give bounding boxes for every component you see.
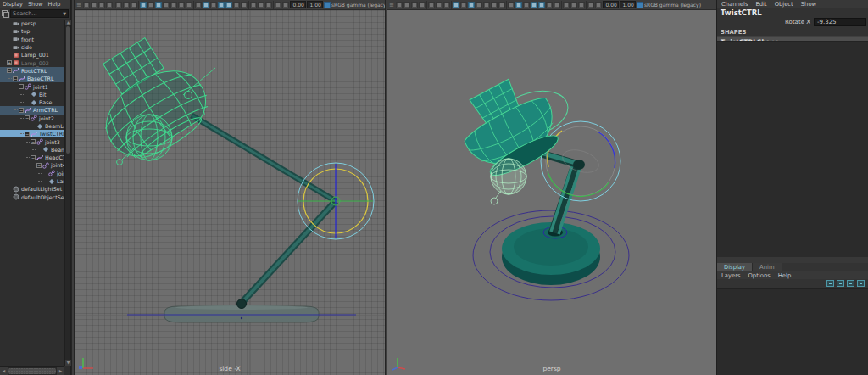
plugin-shapes-icon[interactable] [265,2,272,8]
film-gate-icon[interactable] [460,2,467,8]
outliner-row[interactable]: − TwistCTRL [0,130,64,137]
toolbar-icon[interactable] [193,1,194,9]
viewport-canvas-persp[interactable]: persp [387,10,716,375]
outliner-row[interactable]: − joint3 [0,137,64,145]
outliner-row[interactable]: Lampshade [0,177,64,185]
menu-edit[interactable]: Edit [755,1,766,7]
toolbar-icon[interactable] [586,1,587,9]
lock-camera-icon[interactable] [403,2,410,8]
outliner-row[interactable]: front [0,36,64,43]
safe-title-icon[interactable] [498,2,505,8]
panel-menu-icon[interactable]: ≡ [76,0,81,10]
camera-attributes-icon[interactable] [411,2,418,8]
outliner-row[interactable]: Bit [0,91,64,98]
screen-space-ao-icon[interactable] [531,2,537,8]
expand-toggle[interactable]: − [7,68,12,73]
field-chart-icon[interactable] [483,2,490,8]
lock-camera-icon[interactable] [91,2,97,8]
scroll-right-icon[interactable]: ▶ [57,367,64,375]
resolution-gate-icon[interactable] [155,2,162,8]
expand-toggle[interactable]: + [7,60,12,65]
outliner-row[interactable]: persp [0,20,64,27]
grease-pencil-icon[interactable] [443,2,450,8]
film-gate-icon[interactable] [147,2,154,8]
lamp-arm-persp[interactable] [538,152,585,234]
shadows-icon[interactable] [523,2,530,8]
menu-help[interactable]: Help [48,1,61,7]
outliner-row[interactable]: BeamLower [0,122,64,130]
x-ray-icon[interactable] [570,2,577,8]
two-d-pan-zoom-icon[interactable] [436,2,442,8]
toolbar-icon[interactable] [561,1,562,9]
outliner-row[interactable]: − joint2 [0,115,64,122]
layer-editor-tab[interactable]: Anim [753,263,782,271]
expand-toggle[interactable]: − [13,76,18,81]
menu-help[interactable]: Help [778,272,792,278]
toolbar-icon[interactable] [426,1,427,9]
motion-blur-icon[interactable] [225,2,232,8]
layer-new-icon[interactable] [826,280,834,287]
expand-toggle[interactable]: − [31,155,36,160]
outliner-row[interactable]: side [0,43,64,51]
filter-icon[interactable] [2,10,8,17]
expand-toggle[interactable]: − [25,115,30,120]
camera-attributes-icon[interactable] [98,2,105,8]
expand-toggle[interactable]: − [36,163,42,168]
view-transform-label[interactable]: sRGB gamma (legacy) [644,2,701,8]
wireframe-on-shaded-icon[interactable] [195,2,202,8]
layer-list[interactable] [717,288,868,375]
shadows-icon[interactable] [210,2,217,8]
toolbar-icon[interactable] [451,1,452,9]
resolution-gate-icon[interactable] [468,2,475,8]
menu-options[interactable]: Options [748,272,771,278]
scroll-down-icon[interactable]: ▼ [65,360,71,366]
expand-toggle[interactable]: − [25,132,30,137]
layer-new-from-selected-icon[interactable] [837,280,844,287]
lamp-bulb-persp[interactable] [491,159,526,204]
wireframe-on-shaded-icon[interactable] [508,2,515,8]
outliner-row[interactable]: − BaseCTRL [0,75,64,82]
two-d-pan-zoom-icon[interactable] [123,2,130,8]
plugin-shapes-icon[interactable] [578,2,585,8]
bookmarks-icon[interactable] [106,2,113,8]
safe-title-icon[interactable] [186,2,192,8]
rotate-manipulator[interactable] [298,163,374,239]
layer-editor-splitter[interactable] [717,257,868,263]
color-management-icon[interactable] [324,2,331,8]
lamp-arm-side[interactable] [192,115,336,309]
grid-toggle-icon[interactable] [453,2,459,8]
scroll-up-icon[interactable]: ▲ [65,20,71,25]
outliner-row[interactable]: − HeadCTRL [0,154,64,161]
toolbar-icon[interactable] [506,1,507,9]
select-camera-icon[interactable] [83,2,90,8]
exposure-field[interactable]: 0.00 [603,1,619,8]
isolate-select-icon[interactable] [563,2,570,8]
menu-display[interactable]: Display [3,1,23,7]
image-plane-icon[interactable] [115,2,122,8]
multisample-aa-icon[interactable] [546,2,553,8]
gamma-toggle-icon[interactable] [595,2,602,8]
field-chart-icon[interactable] [170,2,177,8]
search-input[interactable]: Search... ▼ [10,9,69,18]
exposure-toggle-icon[interactable] [275,2,281,8]
toolbar-icon[interactable] [273,1,274,9]
lighting-all-icon[interactable] [515,2,522,8]
x-ray-icon[interactable] [258,2,264,8]
outliner-row[interactable]: − joint4 [0,161,64,169]
image-plane-icon[interactable] [428,2,435,8]
outliner-row[interactable]: defaultObjectSet [0,193,64,201]
grid-toggle-icon[interactable] [140,2,147,8]
scrollbar-thumb[interactable] [8,368,56,374]
menu-show[interactable]: Show [801,1,816,7]
toolbar-icon[interactable] [248,1,249,9]
toolbar-icon[interactable] [138,1,139,9]
menu-channels[interactable]: Channels [721,1,748,7]
gamma-field[interactable]: 1.00 [620,1,636,8]
gamma-toggle-icon[interactable] [282,2,289,8]
safe-action-icon[interactable] [178,2,185,8]
motion-blur-icon[interactable] [538,2,545,8]
select-camera-icon[interactable] [396,2,403,8]
layer-editor-tab[interactable]: Display [717,263,753,271]
channel-row[interactable]: Rotate X -9.325 [717,17,868,27]
scroll-left-icon[interactable]: ◀ [0,367,8,375]
